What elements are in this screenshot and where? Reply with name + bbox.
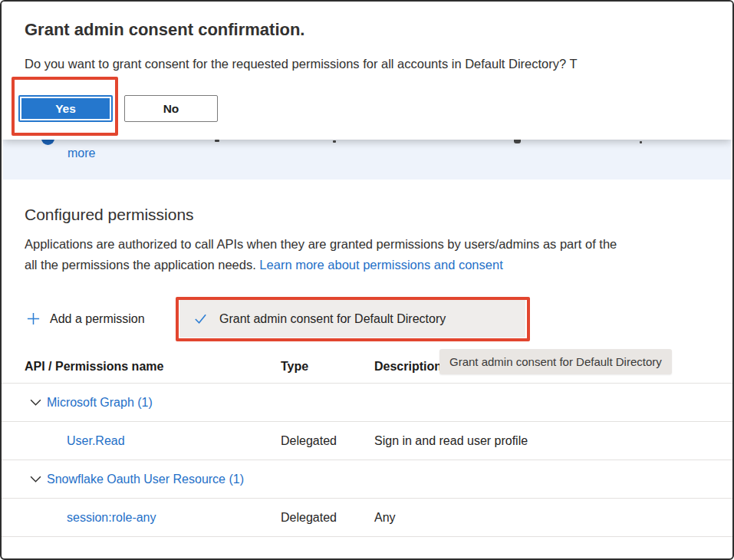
table-row-permission: User.Read Delegated Sign in and read use… <box>2 422 732 460</box>
dialog-title: Grant admin consent confirmation. <box>25 20 304 40</box>
tooltip: Grant admin consent for Default Director… <box>439 349 672 374</box>
checkmark-icon <box>193 311 208 326</box>
api-group-link[interactable]: Snowflake Oauth User Resource (1) <box>47 473 244 486</box>
grant-admin-consent-button[interactable]: Grant admin consent for Default Director… <box>179 300 525 338</box>
learn-more-link[interactable]: Learn more about permissions and consent <box>259 258 502 272</box>
plus-icon <box>26 311 41 326</box>
permission-type: Delegated <box>281 511 337 525</box>
description-line-1: Applications are authorized to call APIs… <box>25 234 732 255</box>
permissions-table: API / Permissions name Type Description … <box>2 351 732 537</box>
permission-link[interactable]: session:role-any <box>67 511 156 525</box>
info-icon <box>41 140 54 145</box>
table-row-group: Snowflake Oauth User Resource (1) <box>2 460 732 499</box>
description-line-2: all the permissions the application need… <box>25 255 732 275</box>
section-heading: Configured permissions <box>25 206 194 224</box>
col-header-api-permissions-name: API / Permissions name <box>25 360 163 374</box>
no-button[interactable]: No <box>124 95 218 122</box>
info-banner: more <box>3 140 731 180</box>
section-description: Applications are authorized to call APIs… <box>25 234 732 275</box>
grant-admin-consent-label: Grant admin consent for Default Director… <box>219 312 446 326</box>
permission-description: Sign in and read user profile <box>374 434 528 448</box>
clipped-text-fragment <box>215 140 219 142</box>
app-window: more Grant admin consent confirmation. D… <box>0 0 734 560</box>
clipped-text-fragment <box>514 140 521 143</box>
add-permission-label: Add a permission <box>50 312 145 326</box>
col-header-description: Description <box>374 360 442 374</box>
add-permission-button[interactable]: Add a permission <box>21 300 150 338</box>
more-link[interactable]: more <box>67 147 95 160</box>
description-line-2-text: all the permissions the application need… <box>25 258 259 272</box>
dialog-message: Do you want to grant consent for the req… <box>25 57 732 71</box>
table-row-permission: session:role-any Delegated Any <box>2 499 732 537</box>
yes-button[interactable]: Yes <box>18 95 113 122</box>
chevron-down-icon[interactable] <box>29 473 42 486</box>
col-header-type: Type <box>281 360 308 374</box>
table-row-group: Microsoft Graph (1) <box>2 384 732 422</box>
api-group-link[interactable]: Microsoft Graph (1) <box>47 396 153 410</box>
grant-consent-dialog: Grant admin consent confirmation. Do you… <box>2 2 732 140</box>
clipped-text-fragment <box>640 141 642 143</box>
permission-description: Any <box>374 511 396 525</box>
clipped-text-fragment <box>333 140 336 143</box>
permission-link[interactable]: User.Read <box>67 434 125 448</box>
permission-type: Delegated <box>281 434 337 448</box>
chevron-down-icon[interactable] <box>29 396 42 409</box>
permissions-toolbar: Add a permission Grant admin consent for… <box>2 300 732 338</box>
